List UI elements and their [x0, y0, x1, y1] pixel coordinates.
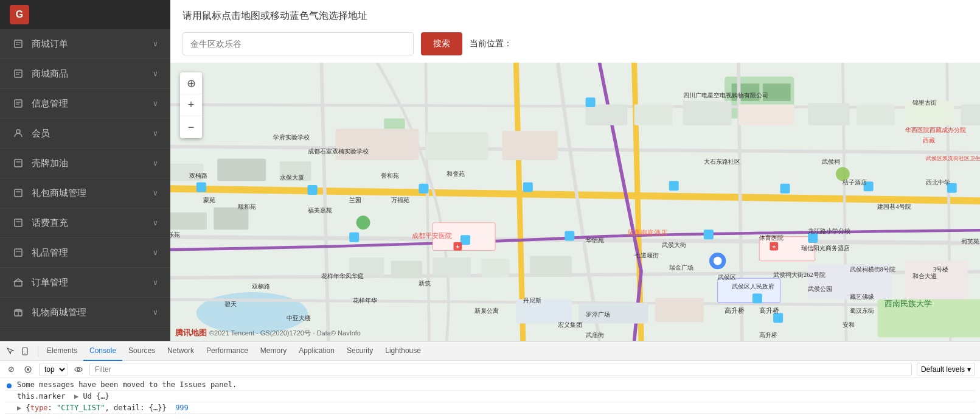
edit-icon [12, 68, 24, 80]
devtools-cursor-icon[interactable] [5, 346, 16, 357]
sidebar: G 商城订单 ∨ 商城商品 ∨ [0, 0, 170, 341]
svg-rect-18 [15, 281, 22, 286]
sidebar-item-gift-shop-mgmt[interactable]: 礼包商城管理 ∨ [0, 178, 170, 208]
expand-arrow[interactable]: ▶ [17, 404, 21, 412]
map-zoom-out-button[interactable]: − [180, 116, 202, 138]
sidebar-item-members[interactable]: 会员 ∨ [0, 119, 170, 149]
svg-text:花样年华: 花样年华 [353, 297, 377, 304]
chevron-icon: ∨ [153, 189, 158, 197]
tab-performance-label: Performance [206, 346, 248, 355]
svg-text:新巢公寓: 新巢公寓 [474, 307, 499, 314]
sidebar-item-gift-mall-mgmt[interactable]: 礼物商城管理 ∨ [0, 298, 170, 327]
svg-text:+: + [456, 243, 460, 250]
svg-text:大石东路社区: 大石东路社区 [704, 158, 740, 165]
svg-rect-50 [335, 129, 419, 160]
svg-rect-52 [502, 131, 558, 160]
console-context-select[interactable]: top [39, 363, 68, 376]
tab-network[interactable]: Network [161, 341, 200, 361]
console-levels-dropdown[interactable]: Default levels ▾ [917, 363, 975, 376]
svg-rect-16 [15, 249, 22, 256]
sidebar-item-shop-orders[interactable]: 商城订单 ∨ [0, 29, 170, 59]
sidebar-item-shop-goods[interactable]: 商城商品 ∨ [0, 59, 170, 89]
svg-rect-84 [669, 181, 679, 191]
svg-text:武侯祠横街8号院: 武侯祠横街8号院 [850, 266, 895, 273]
expand-arrow[interactable]: ▶ [74, 392, 78, 401]
svg-rect-51 [426, 132, 488, 160]
chevron-icon: ∨ [153, 278, 158, 287]
sidebar-item-label: 订单管理 [32, 277, 68, 289]
sidebar-item-label: 礼包商城管理 [32, 187, 86, 199]
svg-point-9 [16, 130, 20, 133]
svg-text:碧乐苑: 碧乐苑 [170, 231, 180, 238]
svg-rect-80 [308, 185, 318, 195]
svg-text:瑞金广场: 瑞金广场 [669, 264, 693, 271]
sidebar-item-top-up[interactable]: 话费直充 ∨ [0, 208, 170, 238]
tab-sources[interactable]: Sources [122, 341, 161, 361]
svg-text:武侯区: 武侯区 [718, 274, 736, 281]
svg-text:安和: 安和 [843, 321, 855, 328]
search-input[interactable] [182, 32, 414, 55]
svg-rect-14 [15, 219, 22, 226]
svg-point-95 [356, 215, 370, 229]
devtools-tabs-bar: Elements Console Sources Network Perform… [0, 341, 980, 361]
map-svg: + + 卫居苑 双楠路 水保大厦 誉和苑 和誉苑 成都平安医院 华怡苑 凤凰御庭… [170, 63, 980, 341]
sidebar-item-info-mgmt[interactable]: 信息管理 ∨ [0, 89, 170, 119]
svg-text:双楠路: 双楠路 [189, 172, 207, 179]
svg-text:水保大厦: 水保大厦 [280, 174, 304, 181]
search-button[interactable]: 搜索 [421, 32, 462, 55]
svg-rect-21 [15, 310, 22, 311]
tab-elements[interactable]: Elements [41, 341, 83, 361]
person-icon [12, 127, 24, 139]
sidebar-item-label: 礼品管理 [32, 247, 68, 259]
svg-text:蜀汉东街: 蜀汉东街 [850, 307, 874, 314]
tab-application[interactable]: Application [293, 341, 341, 361]
svg-text:+: + [772, 243, 776, 250]
map-controls: ⊕ + − [180, 72, 202, 138]
console-text: Some messages have been moved to the Iss… [17, 380, 237, 389]
map-move-icon[interactable]: ⊕ [180, 72, 202, 94]
svg-text:学府实验学校: 学府实验学校 [273, 134, 310, 141]
svg-text:武侯公园: 武侯公园 [808, 285, 832, 292]
console-filter-icon[interactable] [22, 363, 34, 376]
tab-security[interactable]: Security [341, 341, 379, 361]
svg-text:四川广电星空电视购物有限公司: 四川广电星空电视购物有限公司 [683, 92, 768, 99]
tab-memory[interactable]: Memory [254, 341, 293, 361]
sidebar-item-order-mgmt[interactable]: 订单管理 ∨ [0, 268, 170, 298]
console-block-icon[interactable]: ⊘ [5, 363, 17, 376]
sidebar-item-shell-boost[interactable]: 壳牌加油 ∨ [0, 149, 170, 178]
tab-console[interactable]: Console [83, 341, 122, 361]
svg-text:西南民族大学: 西南民族大学 [884, 299, 932, 308]
edit-icon [12, 157, 24, 169]
map-zoom-in-button[interactable]: + [180, 94, 202, 116]
svg-text:华怡苑: 华怡苑 [586, 237, 604, 243]
chevron-icon: ∨ [153, 129, 158, 138]
svg-text:锦里古街: 锦里古街 [912, 99, 937, 106]
svg-text:花样年华凤华庭: 花样年华凤华庭 [321, 273, 364, 279]
svg-rect-94 [773, 313, 783, 323]
gift-icon [12, 306, 24, 318]
tab-lighthouse[interactable]: Lighthouse [379, 341, 427, 361]
svg-text:高升桥: 高升桥 [759, 307, 779, 314]
tab-sources-label: Sources [128, 346, 155, 355]
sidebar-item-gift-mgmt[interactable]: 礼品管理 ∨ [0, 238, 170, 268]
svg-text:凤凰御庭酒店: 凤凰御庭酒店 [627, 229, 667, 236]
svg-rect-12 [15, 189, 22, 197]
console-eye-icon[interactable] [72, 363, 85, 376]
home-icon [12, 276, 24, 289]
svg-rect-83 [586, 97, 596, 107]
svg-rect-57 [634, 105, 673, 125]
svg-text:西藏: 西藏 [923, 137, 935, 144]
svg-rect-6 [15, 100, 22, 107]
map-container[interactable]: + + 卫居苑 双楠路 水保大厦 誉和苑 和誉苑 成都平安医院 华怡苑 凤凰御庭… [170, 63, 980, 341]
svg-rect-56 [586, 105, 628, 125]
devtools-phone-icon[interactable] [19, 346, 30, 357]
svg-rect-61 [857, 105, 895, 125]
sidebar-item-label: 商城订单 [32, 38, 68, 50]
svg-text:高升桥: 高升桥 [725, 307, 745, 314]
svg-text:蜀芙苑: 蜀芙苑 [961, 238, 979, 245]
tab-performance[interactable]: Performance [200, 341, 254, 361]
chevron-icon: ∨ [153, 219, 158, 227]
svg-point-170 [24, 353, 26, 354]
info-icon [5, 380, 13, 389]
console-filter-input[interactable] [89, 363, 912, 376]
